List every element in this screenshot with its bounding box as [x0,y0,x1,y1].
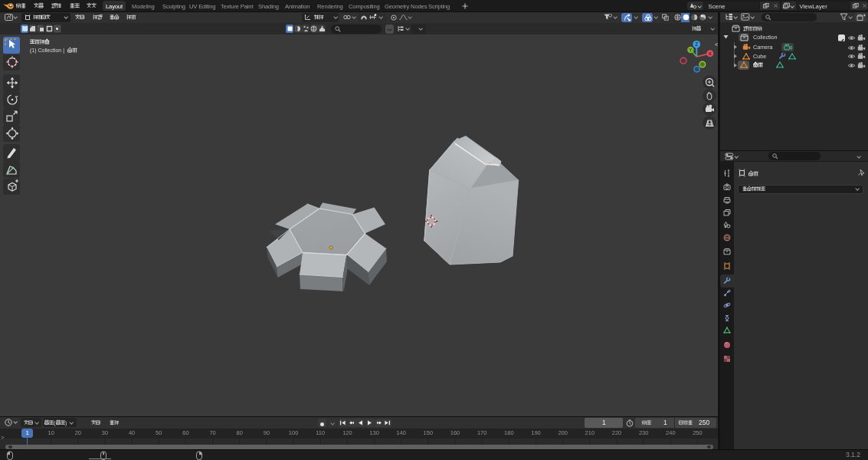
svg-text:Z: Z [695,41,698,47]
